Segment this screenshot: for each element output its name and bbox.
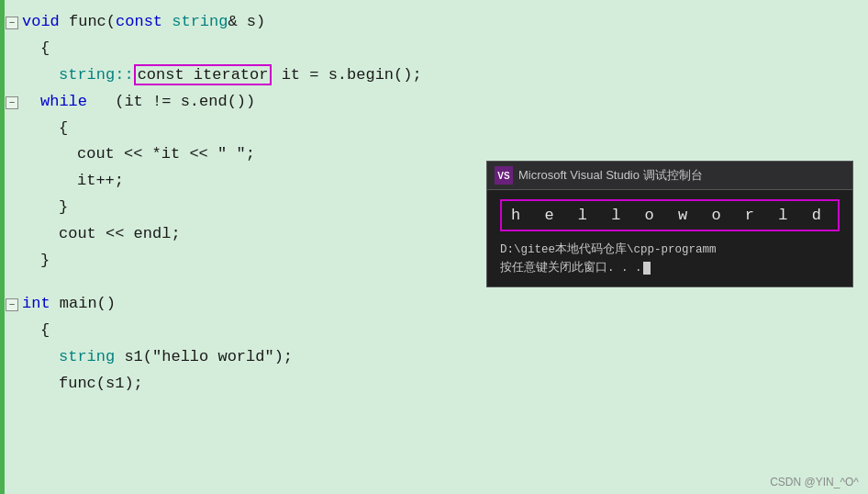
open-brace-main: { — [22, 318, 50, 344]
line-4: − while (it != s.end()) — [0, 89, 868, 116]
debug-title-bar: VS Microsoft Visual Studio 调试控制台 — [487, 162, 852, 190]
debug-path-line1: D:\gitee本地代码仓库\cpp-programm 按任意键关闭此窗口. .… — [500, 241, 840, 277]
editor-area: − void func(const string& s) { string::c… — [0, 0, 868, 494]
line-main-2: { — [0, 318, 868, 344]
it-init: it = s.begin(); — [272, 66, 421, 84]
close-brace-func: } — [22, 248, 50, 275]
const-iterator-highlighted: const iterator — [134, 64, 273, 85]
main-block: − int main() { string s1("hello world");… — [0, 291, 868, 398]
hello-world-string: "hello world" — [152, 348, 274, 365]
debug-console: VS Microsoft Visual Studio 调试控制台 h e l l… — [486, 161, 853, 287]
main-signature: main() — [60, 291, 116, 318]
ref-param: & s) — [228, 9, 265, 36]
keyword-const: const — [116, 9, 162, 36]
cout-endl: cout << endl; — [22, 221, 181, 248]
line-main-3: string s1("hello world"); — [0, 344, 868, 371]
line-1: − void func(const string& s) — [0, 9, 868, 36]
keyword-int: int — [22, 291, 50, 318]
cout-it: cout << *it << " "; — [22, 141, 255, 168]
fold-button-while[interactable]: − — [6, 96, 18, 109]
keyword-void: void — [22, 9, 60, 36]
fold-button-main[interactable]: − — [6, 298, 18, 311]
type-string: string — [172, 9, 228, 36]
s1-init: s1( — [115, 348, 152, 365]
line-main-1: − int main() — [0, 291, 868, 318]
open-brace-2: { — [22, 116, 68, 142]
debug-body: h e l l o w o r l d D:\gitee本地代码仓库\cpp-p… — [487, 190, 852, 286]
it-increment: it++; — [22, 168, 124, 195]
string-s1-decl: string s1("hello world"); — [22, 344, 293, 371]
func-call: func(s1); — [22, 371, 143, 398]
debug-console-title: Microsoft Visual Studio 调试控制台 — [518, 167, 703, 184]
fold-button-func[interactable]: − — [6, 17, 18, 29]
hello-world-text: h e l l o w o r l d — [511, 207, 829, 224]
hello-world-output-box: h e l l o w o r l d — [500, 199, 840, 231]
vs-icon: VS — [495, 166, 513, 185]
type-string-2: string — [59, 348, 115, 365]
line-2: { — [0, 36, 868, 62]
func-signature: func( — [69, 9, 116, 36]
line-main-4: func(s1); — [0, 371, 868, 398]
watermark: CSDN @YIN_^O^ — [770, 476, 859, 488]
cursor — [643, 262, 651, 275]
while-condition: (it != s.end()) — [87, 89, 255, 116]
iterator-decl: string::const iterator it = s.begin(); — [22, 62, 422, 89]
keyword-while: while — [22, 89, 87, 116]
semicolon-1: ); — [274, 348, 293, 365]
open-brace-1: { — [22, 36, 50, 62]
line-3: string::const iterator it = s.begin(); — [0, 62, 868, 89]
line-5: { — [0, 116, 868, 142]
string-type: string:: — [59, 66, 134, 84]
close-brace-while: } — [22, 195, 68, 221]
